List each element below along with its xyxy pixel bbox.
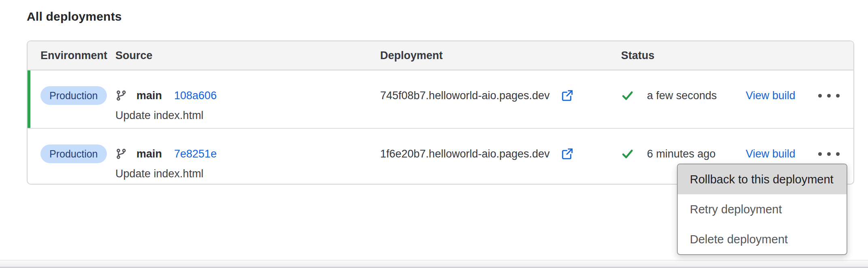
page-title: All deployments [27, 10, 122, 23]
table-row: Production main 108a606 Update index.htm… [28, 70, 853, 128]
environment-badge: Production [40, 145, 107, 163]
current-deployment-indicator-bar [28, 70, 30, 128]
ellipsis-menu-button[interactable] [817, 86, 840, 105]
menu-item-delete[interactable]: Delete deployment [678, 224, 847, 254]
ellipsis-dot [818, 152, 822, 156]
ellipsis-dot [827, 152, 831, 156]
status-text: 6 minutes ago [647, 148, 716, 160]
row-actions-cell [817, 144, 840, 164]
source-cell: main 7e8251e Update index.html [115, 144, 380, 181]
commit-message: Update index.html [115, 108, 380, 122]
ellipsis-dot [818, 94, 822, 98]
environment-cell: Production [40, 144, 115, 164]
status-text: a few seconds [647, 89, 717, 102]
commit-link[interactable]: 7e8251e [174, 148, 217, 160]
git-branch-icon [115, 148, 128, 160]
success-check-icon [621, 89, 634, 102]
ellipsis-dot [836, 94, 840, 98]
deployments-table: Environment Source Deployment Status Pro… [27, 40, 854, 185]
commit-message: Update index.html [115, 167, 380, 181]
view-build-cell: View build [746, 86, 811, 105]
status-cell: a few seconds [621, 86, 746, 105]
branch-name: main [136, 89, 162, 102]
row-actions-cell [817, 86, 840, 105]
deployment-url: 1f6e20b7.helloworld-aio.pages.dev [380, 148, 550, 160]
deployment-actions-menu: Rollback to this deployment Retry deploy… [677, 164, 847, 255]
ellipsis-dot [836, 152, 840, 156]
view-build-link[interactable]: View build [746, 148, 796, 160]
external-link-icon[interactable] [561, 89, 573, 102]
deployment-cell: 745f08b7.helloworld-aio.pages.dev [380, 86, 621, 105]
column-header-environment: Environment [40, 49, 115, 62]
table-header-row: Environment Source Deployment Status [28, 41, 853, 70]
environment-cell: Production [40, 86, 115, 105]
menu-item-rollback[interactable]: Rollback to this deployment [678, 164, 847, 194]
ellipsis-dot [827, 94, 831, 98]
page-bottom-divider [0, 260, 868, 268]
deployment-cell: 1f6e20b7.helloworld-aio.pages.dev [380, 144, 621, 164]
view-build-cell: View build [746, 144, 811, 164]
success-check-icon [621, 147, 634, 160]
git-branch-icon [115, 89, 128, 102]
column-header-status: Status [621, 49, 840, 62]
external-link-icon[interactable] [561, 148, 573, 160]
branch-name: main [136, 148, 162, 160]
column-header-source: Source [115, 49, 380, 62]
environment-badge: Production [40, 86, 107, 105]
column-header-deployment: Deployment [380, 49, 621, 62]
source-cell: main 108a606 Update index.html [115, 86, 380, 122]
deployment-url: 745f08b7.helloworld-aio.pages.dev [380, 89, 550, 102]
status-cell: 6 minutes ago [621, 144, 746, 164]
view-build-link[interactable]: View build [746, 89, 796, 102]
commit-link[interactable]: 108a606 [174, 89, 217, 102]
menu-item-retry[interactable]: Retry deployment [678, 194, 847, 224]
ellipsis-menu-button[interactable] [817, 144, 840, 164]
